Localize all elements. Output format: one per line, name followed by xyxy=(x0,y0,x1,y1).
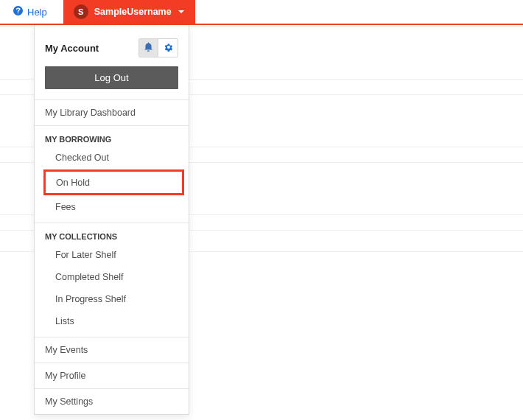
menu-later-shelf[interactable]: For Later Shelf xyxy=(35,244,189,266)
settings-button[interactable] xyxy=(158,39,178,57)
topbar: Help S SampleUsername xyxy=(0,0,523,25)
menu-dashboard[interactable]: My Library Dashboard xyxy=(35,100,189,125)
menu-in-progress-shelf[interactable]: In Progress Shelf xyxy=(35,288,189,310)
bell-icon xyxy=(144,42,153,54)
menu-lists[interactable]: Lists xyxy=(35,310,189,332)
section-collections: MY COLLECTIONS xyxy=(35,223,189,244)
notifications-button[interactable] xyxy=(139,39,158,57)
avatar: S xyxy=(74,4,88,19)
menu-fees[interactable]: Fees xyxy=(35,196,189,218)
menu-on-hold-highlight: On Hold xyxy=(43,169,184,195)
menu-completed-shelf[interactable]: Completed Shelf xyxy=(35,266,189,288)
help-label: Help xyxy=(27,7,47,18)
help-link[interactable]: Help xyxy=(0,0,57,24)
section-borrowing: MY BORROWING xyxy=(35,126,189,147)
dropdown-header-icons xyxy=(138,38,178,57)
dropdown-header: My Account xyxy=(35,25,189,66)
gear-icon xyxy=(164,42,173,54)
menu-on-hold[interactable]: On Hold xyxy=(56,178,90,188)
chevron-down-icon xyxy=(178,7,185,18)
menu-settings[interactable]: My Settings xyxy=(35,389,189,414)
menu-checked-out[interactable]: Checked Out xyxy=(35,147,189,169)
user-menu-toggle[interactable]: S SampleUsername xyxy=(63,0,195,24)
username-label: SampleUsername xyxy=(94,7,172,17)
dropdown-title: My Account xyxy=(45,43,99,54)
question-icon xyxy=(13,6,23,18)
menu-profile[interactable]: My Profile xyxy=(35,363,189,388)
account-dropdown: My Account Log Out My Library Dashboard … xyxy=(34,25,189,415)
menu-events[interactable]: My Events xyxy=(35,337,189,363)
logout-button[interactable]: Log Out xyxy=(45,66,178,89)
